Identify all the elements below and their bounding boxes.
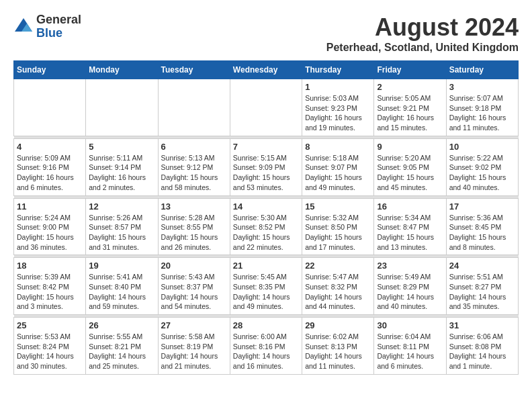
day-number: 16	[377, 201, 443, 212]
day-info: Sunrise: 5:36 AM Sunset: 8:45 PM Dayligh…	[449, 213, 515, 253]
calendar-cell: 26Sunrise: 5:55 AM Sunset: 8:21 PM Dayli…	[86, 318, 158, 375]
day-info: Sunrise: 5:45 AM Sunset: 8:35 PM Dayligh…	[233, 272, 299, 312]
day-number: 18	[17, 261, 83, 271]
calendar-cell: 18Sunrise: 5:39 AM Sunset: 8:42 PM Dayli…	[14, 258, 86, 315]
day-info: Sunrise: 5:30 AM Sunset: 8:52 PM Dayligh…	[233, 213, 299, 253]
calendar-cell: 23Sunrise: 5:49 AM Sunset: 8:29 PM Dayli…	[374, 258, 446, 315]
day-info: Sunrise: 5:32 AM Sunset: 8:50 PM Dayligh…	[305, 213, 371, 253]
day-number: 17	[449, 201, 515, 212]
weekday-header: Saturday	[446, 61, 518, 79]
calendar-cell: 16Sunrise: 5:34 AM Sunset: 8:47 PM Dayli…	[374, 198, 446, 255]
day-info: Sunrise: 5:22 AM Sunset: 9:02 PM Dayligh…	[449, 153, 515, 193]
day-number: 26	[89, 320, 154, 330]
calendar-header-row: SundayMondayTuesdayWednesdayThursdayFrid…	[14, 61, 519, 79]
calendar-cell: 21Sunrise: 5:45 AM Sunset: 8:35 PM Dayli…	[230, 258, 302, 315]
day-number: 23	[377, 261, 443, 271]
calendar-cell: 27Sunrise: 5:58 AM Sunset: 8:19 PM Dayli…	[158, 318, 230, 375]
day-info: Sunrise: 5:20 AM Sunset: 9:05 PM Dayligh…	[377, 153, 443, 193]
calendar-cell: 10Sunrise: 5:22 AM Sunset: 9:02 PM Dayli…	[446, 138, 518, 195]
day-info: Sunrise: 5:18 AM Sunset: 9:07 PM Dayligh…	[305, 153, 371, 193]
weekday-header: Wednesday	[230, 61, 302, 79]
calendar-week-row: 18Sunrise: 5:39 AM Sunset: 8:42 PM Dayli…	[14, 258, 519, 315]
weekday-header: Thursday	[302, 61, 374, 79]
calendar-cell: 19Sunrise: 5:41 AM Sunset: 8:40 PM Dayli…	[86, 258, 158, 315]
day-info: Sunrise: 6:06 AM Sunset: 8:08 PM Dayligh…	[449, 332, 515, 371]
main-title: August 2024	[326, 13, 519, 42]
weekday-header: Monday	[86, 61, 158, 79]
calendar-cell: 14Sunrise: 5:30 AM Sunset: 8:52 PM Dayli…	[230, 198, 302, 255]
logo: General Blue	[13, 13, 81, 40]
calendar-week-row: 4Sunrise: 5:09 AM Sunset: 9:16 PM Daylig…	[14, 138, 519, 195]
calendar-cell: 5Sunrise: 5:11 AM Sunset: 9:14 PM Daylig…	[86, 138, 158, 195]
calendar-cell	[230, 79, 302, 136]
day-info: Sunrise: 5:51 AM Sunset: 8:27 PM Dayligh…	[449, 272, 515, 312]
calendar-week-row: 25Sunrise: 5:53 AM Sunset: 8:24 PM Dayli…	[14, 318, 519, 375]
day-info: Sunrise: 5:34 AM Sunset: 8:47 PM Dayligh…	[377, 213, 443, 253]
calendar-cell: 13Sunrise: 5:28 AM Sunset: 8:55 PM Dayli…	[158, 198, 230, 255]
calendar-cell: 31Sunrise: 6:06 AM Sunset: 8:08 PM Dayli…	[446, 318, 518, 375]
day-number: 4	[17, 142, 83, 152]
calendar-week-row: 1Sunrise: 5:03 AM Sunset: 9:23 PM Daylig…	[14, 79, 519, 136]
calendar-cell	[158, 79, 230, 136]
calendar-cell: 12Sunrise: 5:26 AM Sunset: 8:57 PM Dayli…	[86, 198, 158, 255]
day-info: Sunrise: 5:15 AM Sunset: 9:09 PM Dayligh…	[233, 153, 299, 193]
calendar-cell: 25Sunrise: 5:53 AM Sunset: 8:24 PM Dayli…	[14, 318, 86, 375]
day-info: Sunrise: 5:09 AM Sunset: 9:16 PM Dayligh…	[17, 153, 83, 193]
day-number: 11	[17, 201, 83, 212]
page-header: General Blue August 2024 Peterhead, Scot…	[13, 13, 519, 54]
calendar-cell: 6Sunrise: 5:13 AM Sunset: 9:12 PM Daylig…	[158, 138, 230, 195]
calendar-cell: 17Sunrise: 5:36 AM Sunset: 8:45 PM Dayli…	[446, 198, 518, 255]
day-number: 25	[17, 320, 83, 330]
day-number: 1	[305, 82, 371, 92]
day-info: Sunrise: 5:41 AM Sunset: 8:40 PM Dayligh…	[89, 272, 154, 312]
day-info: Sunrise: 6:04 AM Sunset: 8:11 PM Dayligh…	[377, 332, 443, 371]
day-number: 15	[305, 201, 371, 212]
calendar-cell	[86, 79, 158, 136]
day-info: Sunrise: 5:58 AM Sunset: 8:19 PM Dayligh…	[161, 332, 227, 371]
day-number: 2	[377, 82, 443, 92]
calendar-cell: 20Sunrise: 5:43 AM Sunset: 8:37 PM Dayli…	[158, 258, 230, 315]
calendar-cell: 2Sunrise: 5:05 AM Sunset: 9:21 PM Daylig…	[374, 79, 446, 136]
day-info: Sunrise: 5:47 AM Sunset: 8:32 PM Dayligh…	[305, 272, 371, 312]
day-number: 20	[161, 261, 227, 271]
logo-blue: Blue	[36, 27, 81, 40]
day-info: Sunrise: 5:11 AM Sunset: 9:14 PM Dayligh…	[89, 153, 154, 193]
day-info: Sunrise: 5:26 AM Sunset: 8:57 PM Dayligh…	[89, 213, 154, 253]
weekday-header: Friday	[374, 61, 446, 79]
day-info: Sunrise: 5:13 AM Sunset: 9:12 PM Dayligh…	[161, 153, 227, 193]
day-info: Sunrise: 6:02 AM Sunset: 8:13 PM Dayligh…	[305, 332, 371, 371]
calendar-cell: 4Sunrise: 5:09 AM Sunset: 9:16 PM Daylig…	[14, 138, 86, 195]
day-number: 31	[449, 320, 515, 330]
calendar-week-row: 11Sunrise: 5:24 AM Sunset: 9:00 PM Dayli…	[14, 198, 519, 255]
calendar-cell: 1Sunrise: 5:03 AM Sunset: 9:23 PM Daylig…	[302, 79, 374, 136]
day-number: 10	[449, 142, 515, 152]
day-info: Sunrise: 5:28 AM Sunset: 8:55 PM Dayligh…	[161, 213, 227, 253]
calendar-cell: 22Sunrise: 5:47 AM Sunset: 8:32 PM Dayli…	[302, 258, 374, 315]
calendar-cell: 7Sunrise: 5:15 AM Sunset: 9:09 PM Daylig…	[230, 138, 302, 195]
day-number: 21	[233, 261, 299, 271]
day-info: Sunrise: 5:49 AM Sunset: 8:29 PM Dayligh…	[377, 272, 443, 312]
day-info: Sunrise: 5:03 AM Sunset: 9:23 PM Dayligh…	[305, 93, 371, 133]
day-info: Sunrise: 6:00 AM Sunset: 8:16 PM Dayligh…	[233, 332, 299, 371]
day-number: 3	[449, 82, 515, 92]
day-number: 22	[305, 261, 371, 271]
weekday-header: Tuesday	[158, 61, 230, 79]
day-number: 6	[161, 142, 227, 152]
day-info: Sunrise: 5:07 AM Sunset: 9:18 PM Dayligh…	[449, 93, 515, 133]
day-number: 9	[377, 142, 443, 152]
day-number: 5	[89, 142, 154, 152]
day-number: 29	[305, 320, 371, 330]
day-number: 7	[233, 142, 299, 152]
calendar-cell: 3Sunrise: 5:07 AM Sunset: 9:18 PM Daylig…	[446, 79, 518, 136]
calendar-cell: 15Sunrise: 5:32 AM Sunset: 8:50 PM Dayli…	[302, 198, 374, 255]
day-info: Sunrise: 5:39 AM Sunset: 8:42 PM Dayligh…	[17, 272, 83, 312]
calendar-cell: 30Sunrise: 6:04 AM Sunset: 8:11 PM Dayli…	[374, 318, 446, 375]
calendar-cell: 11Sunrise: 5:24 AM Sunset: 9:00 PM Dayli…	[14, 198, 86, 255]
subtitle: Peterhead, Scotland, United Kingdom	[326, 42, 519, 54]
logo-general: General	[36, 13, 81, 27]
calendar: SundayMondayTuesdayWednesdayThursdayFrid…	[13, 60, 519, 375]
calendar-cell: 9Sunrise: 5:20 AM Sunset: 9:05 PM Daylig…	[374, 138, 446, 195]
day-number: 14	[233, 201, 299, 212]
calendar-cell: 28Sunrise: 6:00 AM Sunset: 8:16 PM Dayli…	[230, 318, 302, 375]
logo-text: General Blue	[36, 13, 81, 40]
